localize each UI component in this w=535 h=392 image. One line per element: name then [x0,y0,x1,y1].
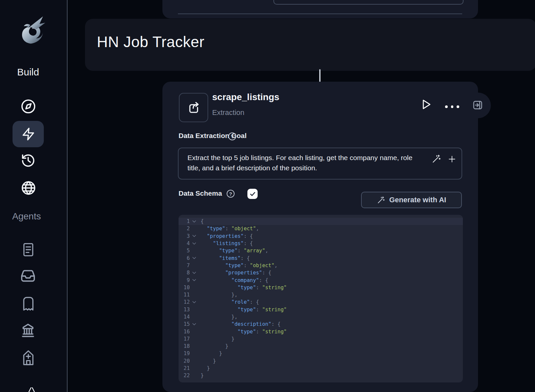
upstream-card-divider [178,14,462,14]
line-number: 9 [179,277,190,283]
goal-help-icon[interactable]: ? [228,132,236,140]
goal-label: Data Extraction Goal [179,132,247,140]
code-text: "type": "string" [198,329,287,335]
fold-chevron-icon[interactable] [190,301,198,303]
fold-chevron-icon[interactable] [190,235,198,237]
play-button[interactable] [421,98,431,110]
fold-chevron-icon[interactable] [190,220,198,223]
code-line[interactable]: 22} [179,372,463,379]
code-text: "description": { [198,321,281,327]
code-line[interactable]: 14 }, [179,313,463,321]
line-number: 5 [179,248,190,254]
goal-text[interactable]: Extract the top 5 job listings. For each… [187,153,413,173]
code-line[interactable]: 9 "company": { [179,276,463,284]
receipt-icon[interactable] [21,295,35,312]
generate-with-ai-button[interactable]: Generate with AI [361,192,462,208]
code-line[interactable]: 3 "properties": { [179,233,463,240]
globe-icon[interactable] [20,180,36,196]
fold-chevron-icon[interactable] [190,323,198,325]
fold-chevron-icon[interactable] [190,242,198,245]
code-line[interactable]: 6 "items": { [179,254,463,262]
node-connector-line [319,69,321,82]
generate-button-label: Generate with AI [389,196,446,204]
code-line[interactable]: 15 "description": { [179,321,463,328]
code-line[interactable]: 12 "role": { [179,298,463,306]
plus-icon[interactable] [448,155,456,163]
code-line[interactable]: 16 "type": "string" [179,328,463,335]
wand-sparkles-icon [377,196,385,204]
code-text: "items": { [198,255,250,261]
check-icon [249,191,256,197]
line-number: 4 [179,240,190,246]
line-number: 19 [179,350,190,356]
line-number: 16 [179,329,190,335]
play-icon [421,98,431,110]
wand-sparkles-icon[interactable] [432,154,441,163]
ellipsis-menu-button[interactable] [445,105,459,108]
fold-chevron-icon[interactable] [190,279,198,281]
schema-help-icon[interactable]: ? [227,190,235,198]
hospital-house-icon[interactable] [22,349,35,366]
fold-chevron-icon[interactable] [190,272,198,274]
code-line[interactable]: 18 } [179,343,463,350]
code-text: "type": "object", [198,263,277,268]
inbox-icon[interactable] [20,268,36,284]
open-panel-icon[interactable] [472,100,483,110]
line-number: 21 [179,365,190,371]
code-editor-lines: 1{2 "type": "object",3 "properties": {4 … [179,218,463,379]
line-number: 18 [179,343,190,349]
fold-chevron-icon[interactable] [190,257,198,259]
code-line[interactable]: 20 } [179,357,463,365]
schema-enabled-checkbox[interactable] [247,189,258,199]
code-line[interactable]: 21 } [179,365,463,372]
compass-icon[interactable] [20,98,37,115]
code-text: } [198,358,216,364]
landmark-icon[interactable] [20,323,36,338]
form-document-icon[interactable] [21,242,36,258]
share-icon [187,101,200,114]
code-line[interactable]: 5 "type": "array", [179,247,463,254]
schema-code-editor[interactable]: 1{2 "type": "object",3 "properties": {4 … [179,215,463,382]
code-text: }, [198,292,238,298]
code-line[interactable]: 10 "type": "string" [179,284,463,291]
dragon-logo [17,15,46,45]
upstream-input-field[interactable] [273,0,464,5]
code-text: } [198,343,228,349]
code-line[interactable]: 17 } [179,335,463,343]
code-line[interactable]: 13 "type": "string" [179,306,463,313]
node-name: scrape_listings [212,92,279,102]
code-line[interactable]: 8 "properties": { [179,269,463,276]
line-number: 12 [179,299,190,305]
line-number: 1 [179,218,190,224]
code-text: "listings": { [198,240,253,246]
code-line[interactable]: 11 }, [179,291,463,298]
workflow-title: HN Job Tracker [97,33,205,51]
line-number: 7 [179,263,190,268]
zap-icon[interactable] [20,125,36,144]
code-text: "properties": { [198,270,271,276]
line-number: 3 [179,233,190,239]
line-number: 11 [179,292,190,298]
code-text: "type": "array", [198,248,268,254]
node-type-icon-box [179,93,208,122]
line-number: 8 [179,270,190,276]
goal-textarea[interactable]: Extract the top 5 job listings. For each… [178,148,462,180]
line-number: 6 [179,255,190,261]
partial-bottom-icon[interactable] [26,387,38,392]
history-icon[interactable] [20,153,36,168]
code-text: } [198,365,210,371]
code-line[interactable]: 4 "listings": { [179,240,463,247]
code-line[interactable]: 19 } [179,350,463,357]
line-number: 17 [179,336,190,342]
line-number: 22 [179,373,190,378]
line-number: 2 [179,226,190,232]
code-line[interactable]: 7 "type": "object", [179,262,463,269]
code-line[interactable]: 1{ [179,218,463,225]
code-text: "type": "string" [198,307,287,313]
code-text: } [198,350,222,356]
sidebar-divider [67,0,68,392]
sidebar: Build Agents [0,0,67,392]
code-line[interactable]: 2 "type": "object", [179,225,463,232]
code-text: }, [198,314,238,320]
code-text: "company": { [198,277,268,283]
